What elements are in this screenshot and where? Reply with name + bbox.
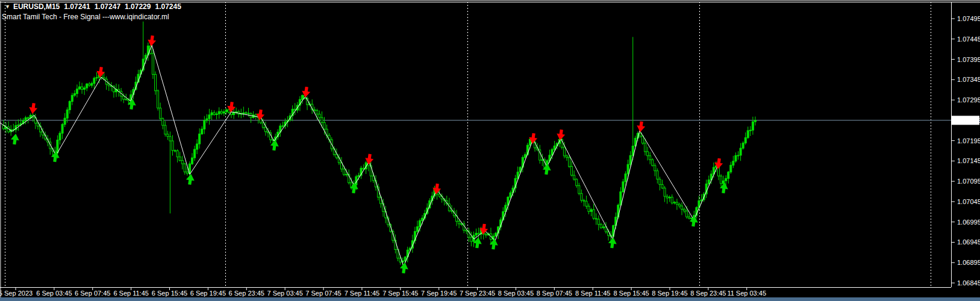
candle-body — [510, 193, 511, 197]
time-tick-label: 6 Sep 23:45 — [229, 290, 264, 297]
candle-body — [475, 233, 477, 235]
candle-body — [66, 110, 68, 118]
candle-body — [176, 150, 178, 157]
candle-body — [186, 172, 188, 174]
candle-body — [681, 206, 683, 209]
candle-body — [123, 96, 125, 99]
candle-body — [282, 126, 284, 126]
candle-body — [172, 141, 173, 150]
candle-body — [466, 230, 467, 231]
candle-body — [319, 114, 320, 118]
time-tick-label: 6 Sep 07:45 — [75, 290, 110, 297]
candle-body — [169, 137, 171, 141]
time-tick-label: 8 Sep 11:45 — [575, 290, 611, 297]
candle-body — [316, 110, 318, 114]
time-tick-label: 7 Sep 19:45 — [421, 290, 457, 297]
window-bottom-bar — [0, 297, 980, 301]
candle-body — [598, 219, 599, 225]
candle-body — [627, 164, 629, 174]
candle-body — [688, 217, 690, 219]
candle-body — [73, 93, 75, 95]
candle-body — [152, 54, 154, 75]
time-tick-label: 5 Sep 2023 — [0, 290, 33, 297]
time-tick-label: 8 Sep 03:45 — [498, 290, 534, 297]
candle-body — [684, 209, 685, 211]
candle-body — [264, 128, 266, 132]
candle-body — [563, 147, 565, 156]
candle-body — [245, 113, 247, 113]
candle-body — [478, 233, 479, 234]
candle-body — [581, 193, 582, 200]
candle-body — [720, 176, 722, 184]
candle-body — [725, 178, 727, 181]
candle-body — [321, 117, 323, 122]
candle-body — [194, 149, 196, 158]
price-tick-label: 1.07345 — [957, 76, 980, 83]
candle-body — [233, 113, 235, 115]
candle-body — [554, 146, 555, 149]
candle-body — [223, 112, 225, 113]
candle-body — [192, 158, 193, 164]
candle-body — [669, 197, 670, 197]
candle-body — [218, 111, 220, 114]
candle-body — [422, 218, 423, 220]
price-tick-label: 1.07145 — [957, 157, 980, 164]
time-tick-label: 7 Sep 11:45 — [345, 290, 380, 297]
candle-body — [164, 125, 166, 134]
candle-body — [179, 157, 181, 161]
candle-body — [629, 155, 631, 164]
chart-canvas[interactable]: 1.074951.074451.073951.073451.072951.072… — [0, 0, 980, 301]
time-tick-label: 8 Sep 19:45 — [652, 290, 687, 297]
candle-body — [649, 156, 651, 160]
candle-body — [595, 219, 597, 219]
candle-body — [740, 148, 741, 155]
candle-body — [647, 152, 649, 156]
time-tick-label: 6 Sep 15:45 — [152, 290, 187, 297]
candle-body — [108, 84, 110, 86]
candle-body — [86, 84, 88, 88]
candle-body — [208, 115, 210, 119]
candle-body — [470, 237, 472, 241]
candle-body — [343, 169, 345, 175]
candle-body — [723, 181, 725, 184]
price-tick-label: 1.06945 — [957, 238, 980, 246]
candle-body — [749, 130, 751, 131]
candle-body — [84, 88, 86, 89]
candle-body — [573, 175, 575, 179]
candle-body — [145, 55, 146, 59]
candle-body — [196, 144, 198, 149]
candle-body — [162, 119, 164, 125]
candle-body — [754, 120, 756, 122]
candle-body — [323, 122, 325, 129]
candle-body — [625, 174, 626, 182]
candle-body — [96, 78, 98, 78]
time-tick-label: 8 Sep 07:45 — [537, 290, 572, 297]
candle-body — [91, 84, 93, 85]
time-tick-label: 6 Sep 19:45 — [190, 290, 226, 297]
candle-body — [728, 172, 729, 179]
candle-body — [752, 122, 754, 130]
candle-body — [701, 200, 702, 201]
candle-body — [593, 209, 595, 219]
candle-body — [495, 233, 497, 236]
chart-background — [0, 0, 980, 301]
candle-body — [524, 155, 526, 158]
candle-body — [644, 143, 646, 152]
candle-body — [57, 140, 58, 153]
candle-body — [69, 102, 70, 110]
candle-body — [730, 165, 732, 172]
time-tick-label: 11 Sep 03:45 — [727, 290, 766, 297]
candle-body — [243, 113, 245, 114]
candle-body — [686, 211, 688, 217]
candle-body — [248, 113, 249, 114]
candle-body — [602, 227, 604, 228]
candle-body — [167, 134, 169, 137]
candle-body — [571, 166, 573, 175]
candle-body — [641, 136, 643, 143]
price-tick-label: 1.06995 — [957, 219, 980, 226]
price-tick-label: 1.07195 — [957, 137, 980, 144]
current-price-badge-text: 1.07245 — [953, 117, 978, 124]
candle-body — [617, 205, 619, 217]
price-tick-label: 1.07445 — [957, 36, 980, 43]
candle-body — [622, 182, 624, 192]
